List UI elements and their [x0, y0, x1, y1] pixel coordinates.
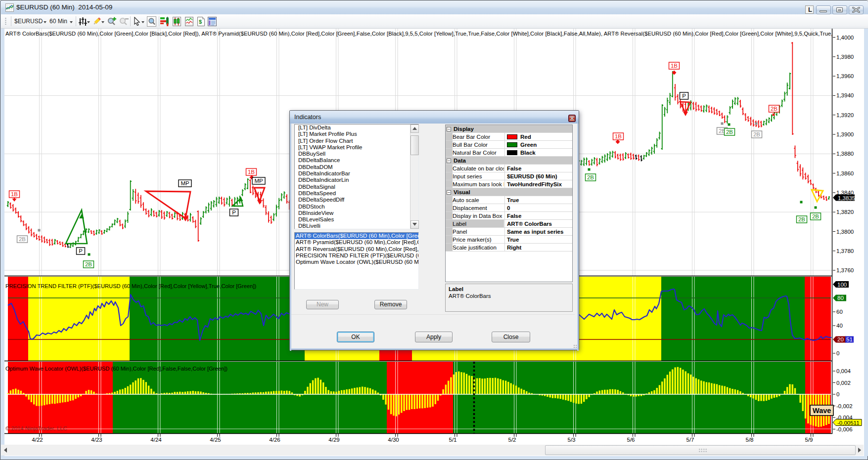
svg-text:1,3940: 1,3940: [836, 92, 854, 98]
svg-text:PRECISION TREND FILTER (PTF)($: PRECISION TREND FILTER (PTF)($EURUSD (60…: [5, 283, 257, 289]
svg-text:40: 40: [836, 323, 843, 329]
svg-text:1,3980: 1,3980: [836, 54, 854, 60]
svg-text:5/1: 5/1: [449, 437, 457, 443]
svg-text:5/9: 5/9: [805, 437, 813, 443]
svg-text:1B: 1B: [11, 191, 18, 197]
svg-text:5/7: 5/7: [686, 437, 694, 443]
svg-text:1,3960: 1,3960: [836, 73, 854, 79]
svg-text:P: P: [232, 209, 236, 215]
svg-text:2B: 2B: [726, 129, 733, 135]
svg-text:1,3820: 1,3820: [836, 209, 854, 215]
svg-text:4/26: 4/26: [269, 437, 280, 443]
svg-text:-0,002: -0,002: [836, 403, 853, 409]
svg-text:P: P: [682, 93, 686, 99]
svg-text:80: 80: [837, 295, 844, 301]
svg-text:4/29: 4/29: [328, 437, 339, 443]
svg-text:1,3880: 1,3880: [836, 151, 854, 157]
svg-text:4/25: 4/25: [210, 437, 221, 443]
svg-text:4/22: 4/22: [32, 437, 43, 443]
svg-text:1,3760: 1,3760: [836, 267, 854, 273]
svg-text:51: 51: [846, 336, 853, 342]
svg-text:2B: 2B: [753, 131, 760, 137]
svg-text:5/8: 5/8: [746, 437, 754, 443]
svg-text:Optimum Wave Locator (OWL)($EU: Optimum Wave Locator (OWL)($EURUSD (60 M…: [5, 366, 228, 372]
svg-text:-0,006: -0,006: [836, 426, 853, 432]
svg-text:1B: 1B: [615, 133, 622, 139]
svg-text:-0,00511: -0,00511: [837, 420, 860, 426]
svg-text:2B: 2B: [812, 213, 819, 219]
svg-text:2B: 2B: [19, 236, 26, 242]
svg-text:5/3: 5/3: [568, 437, 576, 443]
svg-text:© 2014 NinjaTrader, LLC: © 2014 NinjaTrader, LLC: [5, 425, 67, 431]
svg-text:2B: 2B: [85, 261, 92, 267]
svg-text:1,3800: 1,3800: [836, 229, 854, 235]
svg-text:1,3860: 1,3860: [836, 170, 854, 176]
svg-text:4/24: 4/24: [150, 437, 162, 443]
svg-text:MP: MP: [181, 180, 189, 186]
svg-text:P: P: [79, 248, 83, 254]
svg-text:1,4000: 1,4000: [836, 35, 854, 41]
svg-text:1,3835: 1,3835: [838, 195, 855, 201]
svg-text:4/30: 4/30: [388, 437, 399, 443]
svg-text:2B: 2B: [798, 216, 805, 222]
svg-text:1,3920: 1,3920: [836, 112, 854, 118]
svg-text:4/23: 4/23: [91, 437, 102, 443]
svg-text:0,004: 0,004: [836, 368, 851, 374]
svg-text:1,3780: 1,3780: [836, 248, 854, 254]
svg-text:ART® ColorBars($EURUSD (60 Min: ART® ColorBars($EURUSD (60 Min),Color [G…: [5, 31, 848, 37]
svg-text:5/6: 5/6: [627, 437, 635, 443]
svg-text:1B: 1B: [248, 169, 255, 175]
svg-text:1B: 1B: [671, 63, 678, 69]
svg-text:0: 0: [836, 350, 839, 356]
svg-text:Wave: Wave: [813, 407, 831, 415]
svg-text:2B: 2B: [587, 174, 594, 180]
svg-text:100: 100: [837, 282, 847, 288]
svg-text:60: 60: [836, 309, 843, 315]
svg-text:0: 0: [836, 391, 839, 397]
svg-text:20: 20: [837, 336, 844, 342]
svg-text:5/2: 5/2: [508, 437, 516, 443]
svg-text:MP: MP: [254, 178, 263, 184]
svg-text:1,3900: 1,3900: [836, 131, 854, 137]
svg-text:0,002: 0,002: [836, 380, 851, 386]
svg-text:2B: 2B: [771, 106, 777, 112]
